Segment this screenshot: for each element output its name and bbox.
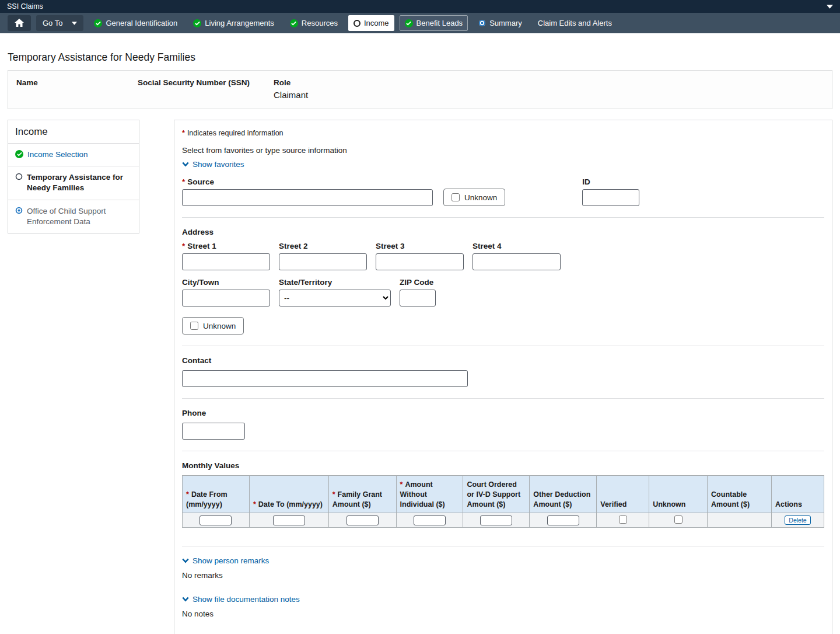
chevron-down-icon	[182, 597, 189, 602]
role-value: Claimant	[274, 90, 308, 100]
tab-benefit-leads[interactable]: Benefit Leads	[400, 15, 468, 31]
address-unknown-checkbox[interactable]	[190, 322, 198, 330]
zip-label: ZIP Code	[400, 278, 436, 287]
divider	[182, 217, 824, 218]
sidebar-item-tanf[interactable]: Temporary Assistance for Needy Families	[8, 166, 139, 199]
col-countable-amount: Countable Amount ($)	[708, 476, 772, 513]
street2-input[interactable]	[279, 253, 367, 270]
tab-living-arrangements[interactable]: Living Arrangements	[188, 15, 279, 31]
other-deduction-amount-input[interactable]	[547, 515, 579, 525]
check-complete-icon	[290, 19, 298, 27]
radio-unselected-icon	[15, 173, 23, 180]
col-verified: Verified	[597, 476, 649, 513]
street2-label: Street 2	[279, 242, 367, 250]
source-section: *Source Unknown ID	[182, 177, 824, 206]
required-asterisk: *	[182, 129, 185, 137]
divider	[182, 451, 824, 451]
street4-input[interactable]	[473, 253, 561, 270]
date-from-input[interactable]	[200, 515, 232, 525]
unknown-label: Unknown	[464, 193, 497, 202]
divider	[182, 546, 824, 546]
unknown-label: Unknown	[203, 322, 236, 330]
tab-claim-edits-and-alerts[interactable]: Claim Edits and Alerts	[533, 15, 617, 31]
row-delete-button[interactable]: Delete	[785, 515, 810, 525]
court-ordered-amount-input[interactable]	[480, 515, 512, 525]
show-person-remarks-link[interactable]: Show person remarks	[182, 556, 269, 565]
contact-label: Contact	[182, 356, 824, 365]
date-to-input[interactable]	[273, 515, 305, 525]
tanf-form-panel: *Indicates required information Select f…	[174, 120, 832, 634]
tab-income[interactable]: Income	[348, 15, 394, 31]
tab-general-identification[interactable]: General Identification	[89, 15, 183, 31]
city-label: City/Town	[182, 278, 270, 287]
remarks-text: No remarks	[182, 571, 824, 580]
sidebar-title: Income	[8, 120, 139, 143]
page-content: Temporary Assistance for Needy Families …	[0, 51, 840, 634]
caret-down-icon	[72, 22, 77, 25]
chevron-down-icon	[182, 162, 189, 167]
tab-label: Benefit Leads	[416, 19, 463, 27]
divider	[182, 346, 824, 346]
sidebar-item-income-selection[interactable]: Income Selection	[8, 143, 139, 166]
monthly-values-heading: Monthly Values	[182, 461, 824, 470]
sidebar-item-ocse-data[interactable]: Office of Child Support Enforcement Data	[8, 200, 139, 233]
street3-label: Street 3	[376, 242, 464, 250]
col-actions: Actions	[772, 476, 824, 513]
family-grant-amount-input[interactable]	[346, 515, 379, 525]
col-other-deduction: Other Deduction Amount ($)	[530, 476, 597, 513]
source-label: *Source	[182, 177, 433, 186]
unknown-checkbox[interactable]	[674, 515, 682, 524]
app-title: SSI Claims	[7, 2, 43, 11]
col-court-ordered: Court Ordered or IV-D Support Amount ($)	[463, 476, 530, 513]
street1-input[interactable]	[182, 253, 270, 270]
person-ssn-column: Social Security Number (SSN)	[138, 78, 274, 100]
col-unknown: Unknown	[649, 476, 708, 513]
check-complete-icon	[405, 19, 413, 27]
income-sidebar: Income Income Selection Temporary Assist…	[8, 120, 139, 234]
tab-label: General Identification	[106, 19, 177, 27]
tab-label: Summary	[489, 19, 522, 27]
show-file-documentation-notes-link[interactable]: Show file documentation notes	[182, 595, 300, 604]
col-date-from: *Date From (mm/yyyy)	[183, 476, 250, 513]
page-title: Temporary Assistance for Needy Families	[8, 51, 832, 64]
tab-resources[interactable]: Resources	[285, 15, 343, 31]
home-icon	[15, 19, 24, 27]
check-complete-icon	[15, 150, 23, 158]
notes-text: No notes	[182, 609, 824, 618]
zip-input[interactable]	[400, 290, 436, 306]
person-name-column: Name	[16, 78, 138, 100]
street3-input[interactable]	[376, 253, 464, 270]
tab-summary[interactable]: Summary	[473, 15, 527, 31]
id-input[interactable]	[582, 189, 639, 206]
goto-dropdown[interactable]: Go To	[36, 15, 83, 31]
check-complete-icon	[94, 19, 102, 27]
home-button[interactable]	[8, 15, 31, 31]
source-input[interactable]	[182, 189, 433, 206]
name-label: Name	[16, 78, 138, 87]
tab-label: Claim Edits and Alerts	[538, 19, 612, 27]
tab-label: Resources	[302, 19, 338, 27]
city-input[interactable]	[182, 290, 270, 306]
countable-amount-cell	[708, 513, 772, 528]
topbar-caret-down-icon[interactable]	[827, 5, 833, 9]
favorites-hint: Select from favorites or type source inf…	[182, 146, 824, 155]
goto-label: Go To	[43, 19, 62, 27]
verified-checkbox[interactable]	[619, 515, 627, 524]
state-label: State/Territory	[279, 278, 391, 287]
show-favorites-link[interactable]: Show favorites	[182, 160, 244, 169]
address-heading: Address	[182, 228, 824, 236]
phone-input[interactable]	[182, 423, 245, 440]
state-select[interactable]: --	[279, 290, 391, 306]
contact-input[interactable]	[182, 370, 468, 387]
phone-label: Phone	[182, 409, 824, 417]
check-complete-icon	[193, 19, 201, 27]
amount-without-individual-input[interactable]	[414, 515, 446, 525]
source-unknown-box[interactable]: Unknown	[443, 189, 505, 206]
sidebar-item-label: Income Selection	[27, 149, 88, 160]
col-family-grant: *Family Grant Amount ($)	[328, 476, 396, 513]
divider	[182, 398, 824, 399]
address-unknown-box[interactable]: Unknown	[182, 317, 244, 335]
sidebar-item-label: Office of Child Support Enforcement Data	[27, 206, 132, 227]
source-unknown-checkbox[interactable]	[452, 193, 460, 201]
chevron-down-icon	[182, 558, 189, 563]
